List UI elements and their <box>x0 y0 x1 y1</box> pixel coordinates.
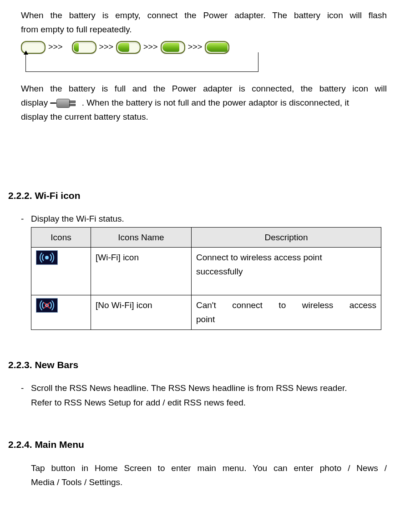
intro-paragraph-2-line-3: display the current battery status. <box>21 110 387 124</box>
section-224-heading: 2.2.4. Main Menu <box>8 437 387 453</box>
table-header-icons: Icons <box>31 227 91 247</box>
bullet-dash: - <box>21 212 31 226</box>
battery-full-icon <box>205 41 229 54</box>
wifi-icon-cell <box>31 248 91 295</box>
section-222-heading: 2.2.2. Wi-Fi icon <box>8 188 387 204</box>
section-223-line-2: Refer to RSS News Setup for add / edit R… <box>31 395 387 410</box>
battery-50-icon <box>116 41 141 54</box>
wifi-connected-icon <box>36 250 58 265</box>
intro-paragraph-2-line-1: When the battery is full and the Power a… <box>21 81 387 96</box>
table-header-row: Icons Icons Name Description <box>31 227 381 247</box>
wifi-desc-line-2: successfully <box>196 264 376 279</box>
wifi-icons-table: Icons Icons Name Description [Wi-Fi] ico… <box>31 227 381 330</box>
battery-75-icon <box>161 41 185 54</box>
section-222-bullet-text: Display the Wi-Fi status. <box>31 214 124 223</box>
battery-25-icon <box>72 41 96 54</box>
table-header-description: Description <box>192 227 381 247</box>
section-224-line-2: Media / Tools / Settings. <box>31 475 387 489</box>
battery-charge-sequence: >>> >>> >>> >>> <box>21 41 387 77</box>
power-plug-icon <box>50 97 79 110</box>
nowifi-desc-line-1: Can't connect to wireless access <box>196 298 376 312</box>
wifi-disconnected-icon <box>36 298 58 313</box>
section-223-bullet: -Scroll the RSS News headline. The RSS N… <box>21 381 387 395</box>
nowifi-icon-desc-cell: Can't connect to wireless access point <box>192 295 381 330</box>
wifi-desc-line-1: Connect to wireless access point <box>196 250 376 264</box>
wifi-icon-desc-cell: Connect to wireless access point success… <box>192 248 381 295</box>
table-row: [Wi-Fi] icon Connect to wireless access … <box>31 248 381 295</box>
section-223-line-1: Scroll the RSS News headline. The RSS Ne… <box>31 383 347 393</box>
nowifi-desc-line-2: point <box>196 312 376 326</box>
table-header-icons-name: Icons Name <box>91 227 192 247</box>
bullet-dash: - <box>21 381 31 395</box>
nowifi-icon-cell <box>31 295 91 330</box>
intro-p2-prefix: display <box>21 98 50 107</box>
intro-p2-suffix: . When the battery is not full and the p… <box>82 98 349 107</box>
loop-arrow-line <box>25 52 258 72</box>
wifi-icon-name-cell: [Wi-Fi] icon <box>91 248 192 295</box>
intro-paragraph-1-line-2: from empty to full repeatedly. <box>21 22 387 36</box>
intro-paragraph-2-line-2: display . When the battery is not full a… <box>21 96 387 110</box>
table-row: [No Wi-Fi] icon Can't connect to wireles… <box>31 295 381 330</box>
nowifi-icon-name-cell: [No Wi-Fi] icon <box>91 295 192 330</box>
loop-arrow-head-icon <box>24 51 28 55</box>
section-223-heading: 2.2.3. New Bars <box>8 357 387 373</box>
section-222-bullet: -Display the Wi-Fi status. <box>21 212 387 226</box>
intro-paragraph-1-line-1: When the battery is empty, connect the P… <box>21 8 387 22</box>
section-224-line-1: Tap button in Home Screen to enter main … <box>31 461 387 475</box>
